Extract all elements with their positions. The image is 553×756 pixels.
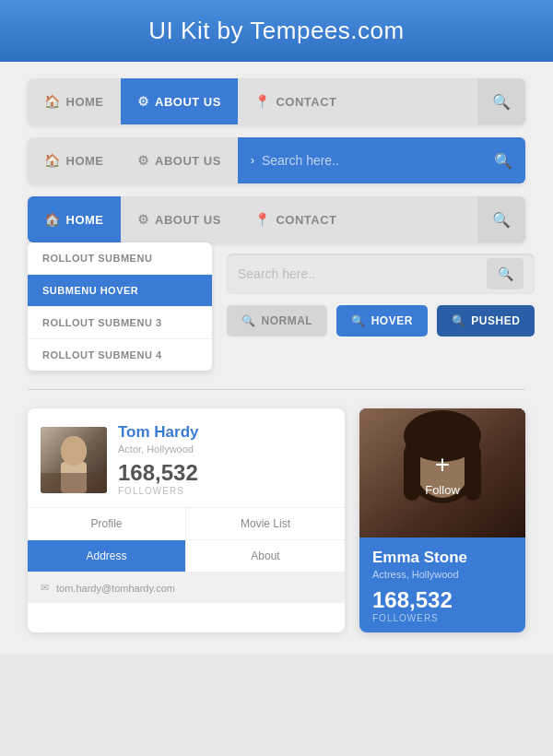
card-2-followers-label: FOLLOWERS bbox=[372, 613, 512, 623]
card-tab-address[interactable]: Address bbox=[28, 540, 186, 573]
profile-card-1: Tom Hardy Actor, Hollywood 168,532 FOLLO… bbox=[28, 408, 345, 632]
search-icon-box: 🔍 bbox=[498, 266, 513, 281]
avatar-emma-stone: + Follow bbox=[359, 408, 525, 537]
card-2-followers: 168,532 bbox=[372, 587, 512, 613]
divider bbox=[28, 389, 525, 390]
search-buttons-row: 🔍 NORMAL 🔍 HOVER 🔍 PUSHED bbox=[227, 305, 535, 337]
navbar-3: 🏠 HOME ⚙ ABOUT US 📍 CONTACT 🔍 bbox=[28, 196, 525, 242]
follow-label: Follow bbox=[425, 483, 460, 497]
card-tab-profile[interactable]: Profile bbox=[28, 508, 186, 540]
card-1-email-row: ✉ tom.hardy@tomhardy.com bbox=[28, 573, 345, 603]
submenu-item-1[interactable]: ROLLOUT SUBMENU bbox=[28, 242, 212, 275]
pin-icon-3: 📍 bbox=[254, 212, 271, 227]
home-icon-3: 🏠 bbox=[44, 212, 61, 227]
search-icon: 🔍 bbox=[492, 93, 511, 111]
profile-card-2: + Follow Emma Stone Actress, Hollywood 1… bbox=[359, 408, 525, 632]
nav2-search-input[interactable] bbox=[262, 153, 487, 168]
nav1-contact[interactable]: 📍 CONTACT bbox=[238, 78, 354, 124]
profile-cards-row: Tom Hardy Actor, Hollywood 168,532 FOLLO… bbox=[28, 408, 525, 632]
submenu: ROLLOUT SUBMENU SUBMENU HOVER ROLLOUT SU… bbox=[28, 242, 212, 371]
search-normal-button[interactable]: 🔍 NORMAL bbox=[227, 305, 327, 337]
card-tab-movielist[interactable]: Movie List bbox=[186, 508, 345, 540]
search-icon-normal: 🔍 bbox=[241, 314, 256, 327]
gear-icon-3: ⚙ bbox=[137, 212, 150, 227]
card-1-tabs: Profile Movie List Address About bbox=[28, 507, 345, 573]
email-icon: ✉ bbox=[41, 582, 49, 594]
nav3-home[interactable]: 🏠 HOME bbox=[28, 196, 121, 242]
app-header: UI Kit by Tempees.com bbox=[0, 0, 553, 62]
nav1-home[interactable]: 🏠 HOME bbox=[28, 78, 121, 124]
card-2-name: Emma Stone bbox=[372, 549, 512, 567]
nav1-search-button[interactable]: 🔍 bbox=[477, 78, 525, 124]
follow-plus-icon: + bbox=[435, 450, 450, 479]
nav2-about[interactable]: ⚙ ABOUT US bbox=[121, 137, 238, 183]
nav3-search-button[interactable]: 🔍 bbox=[477, 196, 525, 242]
card-1-subtitle: Actor, Hollywood bbox=[118, 443, 199, 455]
search-pushed-button[interactable]: 🔍 PUSHED bbox=[437, 305, 535, 337]
avatar-tom-hardy bbox=[41, 427, 107, 493]
card-1-email: tom.hardy@tomhardy.com bbox=[56, 583, 175, 594]
nav1-about[interactable]: ⚙ ABOUT US bbox=[121, 78, 238, 124]
gear-icon: ⚙ bbox=[137, 94, 150, 109]
submenu-item-hover[interactable]: SUBMENU HOVER bbox=[28, 275, 212, 307]
pin-icon: 📍 bbox=[254, 94, 271, 109]
search-icon-pushed: 🔍 bbox=[452, 314, 466, 327]
search-panel: 🔍 🔍 NORMAL 🔍 HOVER 🔍 PUSHED bbox=[227, 242, 535, 371]
search-hover-button[interactable]: 🔍 HOVER bbox=[336, 305, 428, 337]
card-1-followers-label: FOLLOWERS bbox=[118, 486, 199, 496]
search-icon-hover: 🔍 bbox=[351, 314, 366, 327]
gear-icon-2: ⚙ bbox=[137, 153, 150, 168]
submenu-container: ROLLOUT SUBMENU SUBMENU HOVER ROLLOUT SU… bbox=[28, 242, 212, 371]
card-2-subtitle: Actress, Hollywood bbox=[372, 569, 512, 580]
submenu-item-4[interactable]: ROLLOUT SUBMENU 4 bbox=[28, 339, 212, 371]
search-input[interactable] bbox=[238, 266, 479, 281]
nav3-about[interactable]: ⚙ ABOUT US bbox=[121, 196, 238, 242]
card-1-followers: 168,532 bbox=[118, 460, 199, 486]
nav2-home[interactable]: 🏠 HOME bbox=[28, 137, 121, 183]
home-icon: 🏠 bbox=[44, 94, 61, 109]
home-icon-2: 🏠 bbox=[44, 153, 61, 168]
chevron-right-icon: › bbox=[251, 154, 254, 167]
card-tab-about[interactable]: About bbox=[186, 540, 345, 573]
navbar-1: 🏠 HOME ⚙ ABOUT US 📍 CONTACT 🔍 bbox=[28, 78, 525, 124]
card-1-info: Tom Hardy Actor, Hollywood 168,532 FOLLO… bbox=[118, 423, 199, 496]
nav2-search-expanded: › 🔍 bbox=[238, 137, 525, 183]
follow-overlay[interactable]: + Follow bbox=[359, 408, 525, 537]
search-box: 🔍 bbox=[227, 254, 535, 294]
search-icon-2[interactable]: 🔍 bbox=[494, 152, 512, 170]
svg-point-4 bbox=[61, 436, 87, 466]
card-2-info: Emma Stone Actress, Hollywood 168,532 FO… bbox=[359, 537, 525, 632]
main-content: 🏠 HOME ⚙ ABOUT US 📍 CONTACT 🔍 🏠 HOME ⚙ A… bbox=[0, 62, 553, 655]
submenu-item-3[interactable]: ROLLOUT SUBMENU 3 bbox=[28, 307, 212, 339]
card-1-top: Tom Hardy Actor, Hollywood 168,532 FOLLO… bbox=[28, 408, 345, 507]
search-box-button[interactable]: 🔍 bbox=[487, 258, 524, 289]
navbar-2: 🏠 HOME ⚙ ABOUT US › 🔍 bbox=[28, 137, 525, 183]
search-icon-3: 🔍 bbox=[492, 211, 511, 229]
svg-rect-5 bbox=[41, 473, 107, 493]
card-1-name: Tom Hardy bbox=[118, 423, 199, 442]
nav3-contact[interactable]: 📍 CONTACT bbox=[238, 196, 354, 242]
header-title: UI Kit by Tempees.com bbox=[0, 17, 553, 45]
